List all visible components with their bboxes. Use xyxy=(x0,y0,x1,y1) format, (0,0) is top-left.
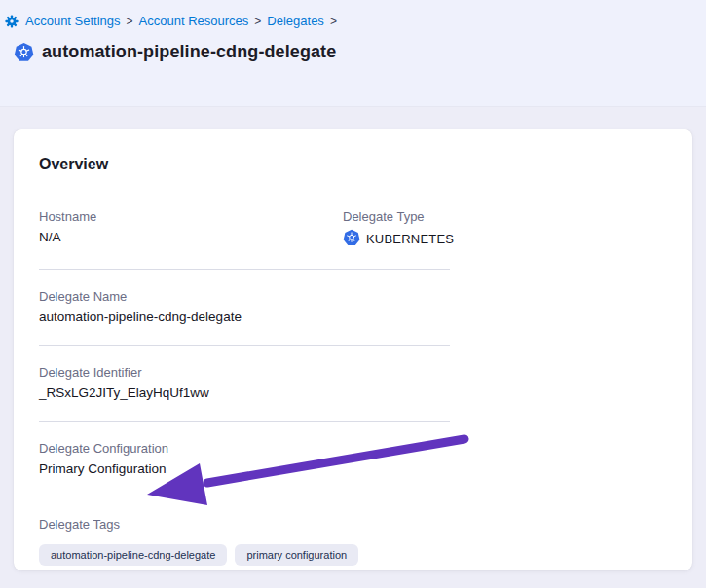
breadcrumb-account-resources[interactable]: Account Resources xyxy=(139,14,249,29)
hostname-value: N/A xyxy=(39,229,343,245)
delegate-type-value: KUBERNETES xyxy=(366,232,454,246)
overview-card: Overview Hostname N/A Delegate Type xyxy=(14,129,692,570)
breadcrumb-delegates[interactable]: Delegates xyxy=(267,14,324,29)
breadcrumb-separator: > xyxy=(254,14,261,29)
gear-icon xyxy=(5,15,19,28)
breadcrumb: Account Settings > Account Resources > D… xyxy=(5,14,690,29)
delegate-name-value: automation-pipeline-cdng-delegate xyxy=(39,309,450,325)
breadcrumb-separator: > xyxy=(330,14,337,29)
field-delegate-tags: Delegate Tags automation-pipeline-cdng-d… xyxy=(39,517,450,566)
tag-chip: automation-pipeline-cdng-delegate xyxy=(39,544,227,566)
delegate-name-label: Delegate Name xyxy=(39,289,450,305)
delegate-type-label: Delegate Type xyxy=(343,209,454,225)
page-title: automation-pipeline-cdng-delegate xyxy=(42,42,336,62)
field-delegate-identifier: Delegate Identifier _RSxLG2JITy_ElayHqUf… xyxy=(39,365,450,401)
field-hostname: Hostname N/A xyxy=(39,209,343,249)
tag-chip: primary configuration xyxy=(235,544,358,566)
overview-heading: Overview xyxy=(39,156,667,173)
field-delegate-configuration: Delegate Configuration Primary Configura… xyxy=(39,441,450,477)
hostname-label: Hostname xyxy=(39,209,343,225)
delegate-identifier-label: Delegate Identifier xyxy=(39,365,450,381)
delegate-tags-list: automation-pipeline-cdng-delegate primar… xyxy=(39,544,450,566)
breadcrumb-account-settings[interactable]: Account Settings xyxy=(25,14,121,29)
breadcrumb-separator: > xyxy=(127,14,133,29)
divider xyxy=(39,345,450,346)
divider xyxy=(39,269,450,270)
divider xyxy=(39,421,450,422)
page-title-row: automation-pipeline-cdng-delegate xyxy=(14,42,690,62)
page-header: Account Settings > Account Resources > D… xyxy=(0,0,706,107)
delegate-configuration-label: Delegate Configuration xyxy=(39,441,450,457)
field-row-hostname-type: Hostname N/A Delegate Type xyxy=(39,209,450,249)
delegate-tags-label: Delegate Tags xyxy=(39,517,450,533)
kubernetes-icon xyxy=(14,42,34,62)
field-delegate-name: Delegate Name automation-pipeline-cdng-d… xyxy=(39,289,450,325)
delegate-configuration-value: Primary Configuration xyxy=(39,460,450,477)
delegate-identifier-value: _RSxLG2JITy_ElayHqUf1ww xyxy=(39,385,450,401)
kubernetes-icon xyxy=(343,229,360,249)
field-delegate-type: Delegate Type xyxy=(343,209,454,249)
